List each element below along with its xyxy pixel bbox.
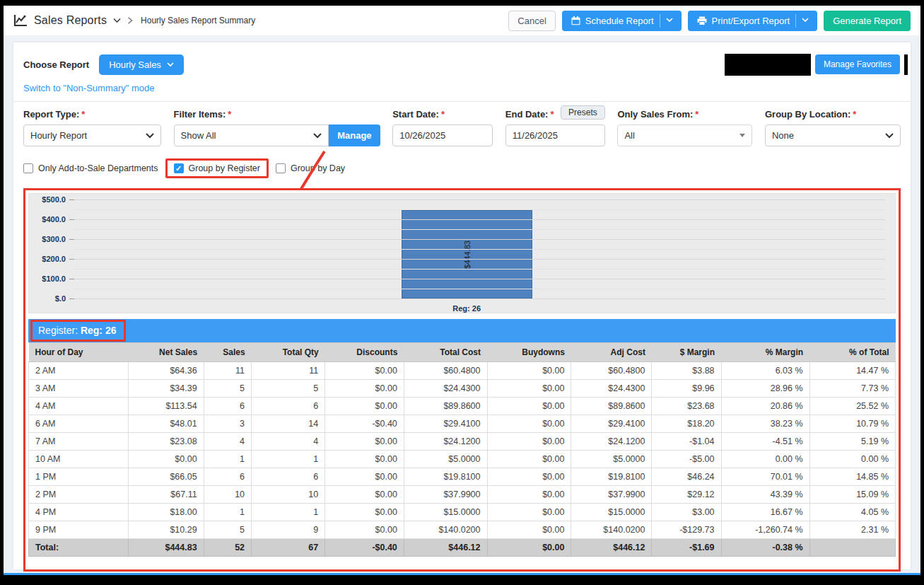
table-cell: $113.54 — [128, 398, 204, 415]
table-cell: $15.0000 — [404, 504, 487, 521]
table-cell: 16.67 % — [721, 504, 809, 521]
report-type-label: Report Type:* — [23, 109, 161, 120]
table-cell: $0.00 — [487, 362, 571, 380]
table-cell: -$5.00 — [652, 451, 721, 468]
table-cell: $24.1200 — [404, 433, 487, 451]
chart-gridline — [74, 299, 885, 299]
end-date-input[interactable] — [505, 124, 605, 146]
table-cell: 1 — [204, 451, 251, 468]
table-cell: $0.00 — [487, 468, 571, 486]
chart-minor-gridline — [74, 229, 885, 230]
table-cell: 43.39 % — [721, 486, 809, 504]
presets-button[interactable]: Presets — [561, 105, 605, 120]
table-cell: $0.00 — [325, 380, 404, 398]
table-total-row: Total:$444.835267-$0.40$446.12$0.00$446.… — [29, 539, 896, 557]
generate-report-button[interactable]: Generate Report — [824, 11, 911, 31]
filter-items-select[interactable]: Show All — [174, 124, 329, 146]
table-cell: 1 — [252, 504, 325, 521]
table-cell: 10 — [204, 486, 251, 504]
table-cell: 14.85 % — [809, 468, 895, 486]
table-row: 4 PM$18.0011$0.00$15.0000$0.00$15.0000$3… — [29, 504, 896, 521]
table-header-row: Hour of DayNet SalesSalesTotal QtyDiscou… — [29, 343, 896, 362]
table-cell: 70.01 % — [721, 468, 809, 486]
table-cell: $0.00 — [487, 398, 571, 415]
table-cell: $23.08 — [128, 433, 204, 451]
y-axis-tick — [69, 219, 74, 220]
table-cell: $24.1200 — [571, 433, 652, 451]
checkbox-only-add-to-sale-departments[interactable]: Only Add-to-Sale Departments — [23, 163, 158, 173]
breadcrumb: Hourly Sales Report Summary — [141, 16, 255, 25]
table-cell: $444.83 — [128, 539, 204, 557]
table-row: 2 PM$67.111010$0.00$37.9900$0.00$37.9900… — [29, 486, 896, 504]
checkbox-group-by-day[interactable]: Group by Day — [276, 163, 345, 173]
page-title: Sales Reports — [34, 14, 107, 27]
choose-report-label: Choose Report — [23, 59, 89, 70]
table-cell: $5.0000 — [404, 451, 487, 468]
chart-gridline — [74, 279, 885, 279]
table-cell: 28.96 % — [721, 380, 809, 398]
chevron-down-icon — [167, 62, 174, 67]
pagination-status: 1 to 1 of 1 — [23, 574, 901, 575]
table-cell: 3 — [204, 415, 251, 433]
print-export-report-button[interactable]: Print/Export Report — [688, 11, 818, 31]
annotation-box-checkbox: ✓Group by Register — [165, 158, 269, 178]
column-header: Adj Cost — [571, 343, 652, 362]
chevron-down-icon[interactable] — [666, 18, 672, 24]
start-date-input[interactable] — [392, 124, 493, 146]
bar-value-label: $444.83 — [463, 241, 472, 269]
printer-icon — [697, 16, 707, 25]
checkbox-group-by-register[interactable]: ✓Group by Register — [174, 163, 260, 173]
chevron-down-icon — [146, 133, 154, 139]
table-row: 9 PM$10.2959$0.00$140.0200$0.00$140.0200… — [29, 521, 896, 539]
cancel-button[interactable]: Cancel — [508, 11, 555, 31]
button-divider — [795, 14, 796, 28]
table-row: 10 AM$0.0011$0.00$5.0000$0.00$5.0000-$5.… — [29, 451, 896, 468]
non-summary-mode-link[interactable]: Switch to "Non-Summary" mode — [23, 83, 155, 93]
report-selector-button[interactable]: Hourly Sales — [99, 54, 184, 75]
table-cell: 15.09 % — [809, 486, 895, 504]
table-cell: 20.86 % — [721, 398, 809, 415]
table-cell: $37.9900 — [404, 486, 487, 504]
only-sales-from-label: Only Sales From:* — [617, 109, 752, 120]
chevron-down-icon[interactable] — [113, 18, 119, 24]
table-cell: 14.47 % — [809, 362, 895, 380]
chart-bar[interactable]: $444.83 — [402, 210, 532, 299]
table-row: 6 AM$48.01314-$0.40$29.4100$0.00$29.4100… — [29, 415, 896, 433]
table-cell: $0.00 — [325, 433, 404, 451]
y-axis-label: $200.0 — [42, 255, 66, 263]
unchecked-checkbox-icon[interactable] — [276, 163, 286, 173]
table-cell: $60.4800 — [404, 362, 487, 380]
checkbox-label: Group by Register — [189, 163, 260, 173]
group-by-location-label: Group By Location:* — [765, 109, 901, 120]
schedule-report-button[interactable]: Schedule Report — [562, 11, 682, 31]
table-cell: 6 — [252, 398, 325, 415]
chart-gridline — [74, 259, 885, 260]
chevron-down-icon[interactable] — [802, 18, 808, 24]
chart-gridline — [74, 219, 885, 220]
table-cell: $23.68 — [652, 398, 721, 415]
checked-checkbox-icon[interactable]: ✓ — [174, 163, 184, 173]
table-cell: $0.00 — [325, 362, 404, 380]
only-sales-from-select[interactable]: All — [617, 124, 752, 146]
table-cell: $0.00 — [325, 486, 404, 504]
group-by-location-select[interactable]: None — [765, 124, 901, 146]
annotation-box-report: $444.83 Reg: 26 $500.0$400.0$300.0$200.0… — [23, 188, 901, 572]
table-cell: $48.01 — [128, 415, 204, 433]
table-cell — [809, 539, 895, 557]
manage-filter-items-button[interactable]: Manage — [329, 124, 380, 146]
table-cell: $34.39 — [128, 380, 204, 398]
breadcrumb-separator-icon — [127, 17, 133, 24]
report-type-select[interactable]: Hourly Report — [23, 124, 161, 146]
table-cell: 6 AM — [29, 415, 129, 433]
table-cell: $89.8600 — [404, 398, 487, 415]
unchecked-checkbox-icon[interactable] — [23, 163, 33, 173]
table-cell: $0.00 — [487, 451, 571, 468]
table-cell: $3.88 — [652, 362, 721, 380]
hourly-sales-chart: $444.83 Reg: 26 $500.0$400.0$300.0$200.0… — [28, 193, 896, 313]
report-output: $444.83 Reg: 26 $500.0$400.0$300.0$200.0… — [23, 188, 901, 575]
filter-row: Report Type:* Hourly Report Filter Items… — [23, 109, 901, 146]
column-header: % Margin — [721, 343, 809, 362]
chevron-down-icon — [313, 133, 322, 139]
manage-favorites-button[interactable]: Manage Favorites — [815, 54, 900, 74]
table-cell: 4 — [252, 433, 325, 451]
